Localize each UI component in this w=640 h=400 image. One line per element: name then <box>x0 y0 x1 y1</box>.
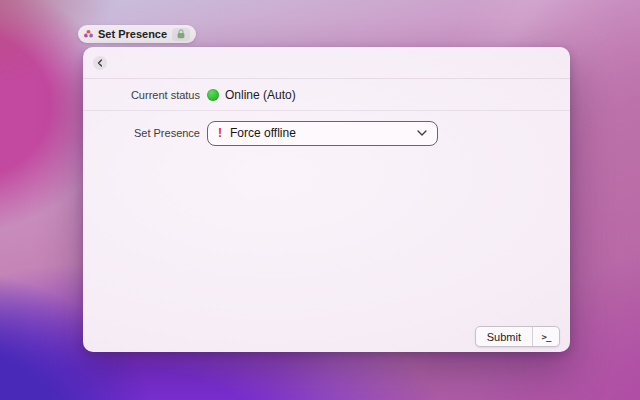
flower-favicon-icon <box>84 30 93 39</box>
current-status-label: Current status <box>83 89 200 101</box>
current-status-row: Current status Online (Auto) <box>83 79 570 111</box>
online-status-dot-icon <box>207 89 219 101</box>
submit-button-group: Submit >_ <box>475 326 560 347</box>
presence-selected-option: Force offline <box>230 126 296 140</box>
window-header <box>83 47 570 79</box>
chevron-left-icon <box>97 59 103 67</box>
lock-chip <box>172 28 190 41</box>
chevron-down-icon <box>417 130 427 136</box>
window-title-pill: Set Presence <box>78 25 196 43</box>
submit-button[interactable]: Submit <box>476 327 532 346</box>
back-button[interactable] <box>93 56 107 70</box>
terminal-button[interactable]: >_ <box>532 327 559 346</box>
desktop-wallpaper: Set Presence Current status Online (Auto… <box>0 0 640 400</box>
current-status-value: Online (Auto) <box>207 88 296 102</box>
warning-icon: ! <box>218 126 222 140</box>
terminal-prompt-icon: >_ <box>542 332 551 342</box>
set-presence-window: Current status Online (Auto) Set Presenc… <box>83 47 570 352</box>
set-presence-row: Set Presence ! Force offline <box>83 110 570 156</box>
window-title: Set Presence <box>98 28 167 40</box>
presence-dropdown[interactable]: ! Force offline <box>207 121 438 146</box>
current-status-text: Online (Auto) <box>225 88 296 102</box>
lock-icon <box>176 29 186 39</box>
set-presence-label: Set Presence <box>83 127 200 139</box>
